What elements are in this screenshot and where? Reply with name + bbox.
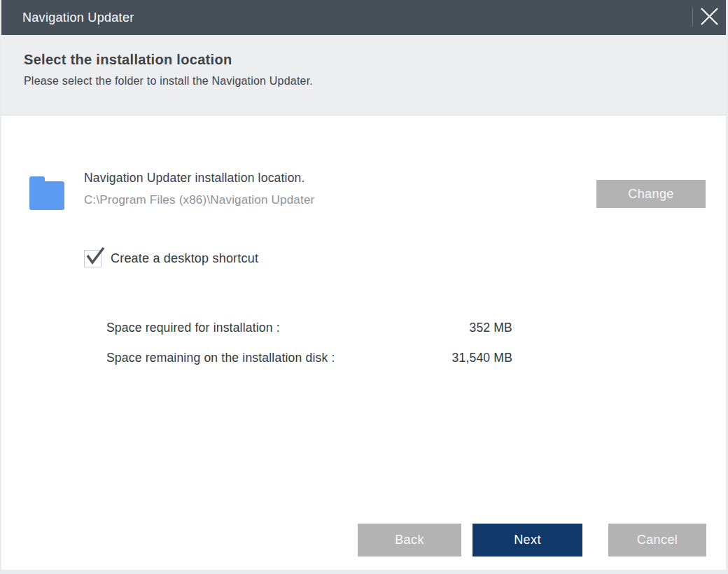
page-header: Select the installation location Please …	[1, 35, 726, 115]
window-title: Navigation Updater	[22, 10, 134, 25]
close-icon	[700, 7, 719, 29]
desktop-shortcut-checkbox[interactable]	[84, 250, 102, 267]
space-remaining-value: 31,540 MB	[452, 351, 512, 368]
folder-icon	[29, 176, 64, 210]
space-required-row: Space required for installation : 352 MB	[106, 321, 512, 337]
space-info: Space required for installation : 352 MB…	[106, 321, 512, 368]
change-button[interactable]: Change	[596, 180, 706, 208]
close-button[interactable]	[693, 0, 726, 35]
page-subtitle: Please select the folder to install the …	[24, 75, 726, 88]
next-button[interactable]: Next	[472, 524, 582, 556]
desktop-shortcut-label: Create a desktop shortcut	[111, 251, 258, 266]
checkmark-icon	[85, 246, 106, 267]
back-button[interactable]: Back	[358, 524, 461, 556]
page-title: Select the installation location	[24, 52, 726, 68]
space-required-value: 352 MB	[469, 321, 512, 337]
desktop-shortcut-option[interactable]: Create a desktop shortcut	[84, 250, 258, 267]
cancel-button[interactable]: Cancel	[608, 524, 706, 556]
space-remaining-row: Space remaining on the installation disk…	[106, 351, 512, 368]
install-location-label: Navigation Updater installation location…	[84, 171, 305, 186]
space-required-label: Space required for installation :	[106, 321, 280, 337]
title-bar: Navigation Updater	[1, 0, 726, 35]
install-location-path: C:\Program Files (x86)\Navigation Update…	[84, 193, 314, 207]
space-remaining-label: Space remaining on the installation disk…	[106, 351, 335, 368]
installer-window: Navigation Updater Select the installati…	[1, 0, 726, 570]
